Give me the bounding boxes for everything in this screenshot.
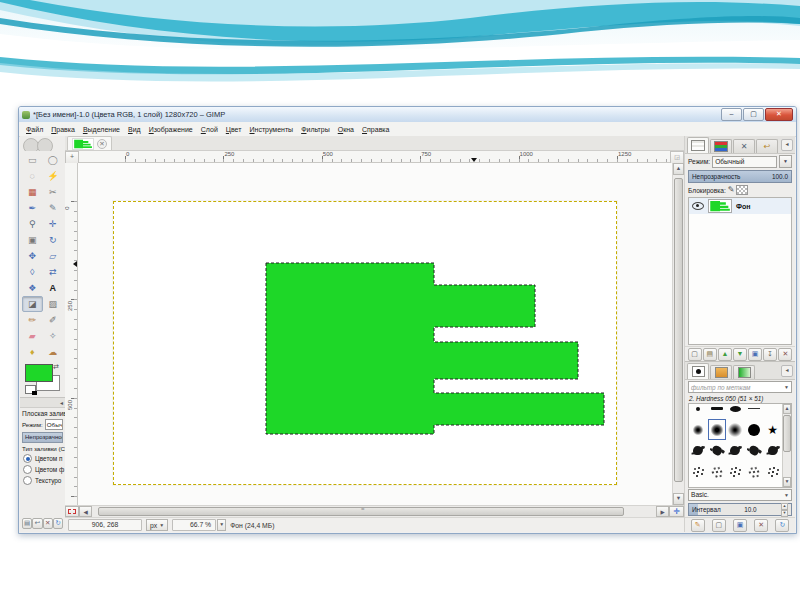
tab-channels[interactable] (710, 139, 732, 153)
airbrush-tool-icon[interactable]: ✧ (43, 328, 64, 344)
swap-colors-icon[interactable]: ⇄ (53, 363, 59, 371)
delete-brush-button[interactable]: ✕ (754, 519, 768, 532)
brush-cell-soft[interactable] (689, 419, 708, 440)
canvas-viewport[interactable] (78, 163, 672, 505)
zoom-tool-icon[interactable]: ⚲ (22, 216, 43, 232)
text-tool-icon[interactable]: A (43, 280, 64, 296)
brush-cell-blank[interactable] (763, 403, 782, 419)
delete-layer-button[interactable]: ✕ (778, 348, 792, 361)
new-layer-button[interactable]: ▢ (688, 348, 702, 361)
title-bar[interactable]: *[Без имени]-1.0 (Цвета RGB, 1 слой) 128… (19, 107, 796, 123)
refresh-brushes-button[interactable]: ↻ (775, 519, 789, 532)
select-by-color-tool-icon[interactable]: ▦ (22, 184, 43, 200)
brush-cell-speck2[interactable] (708, 461, 727, 482)
layer-opacity-slider[interactable]: Непрозрачность 100.0 (688, 170, 792, 183)
rectangle-select-tool-icon[interactable]: ▭ (22, 152, 43, 168)
layer-visibility-eye-icon[interactable] (692, 202, 704, 210)
tab-layers[interactable] (687, 137, 709, 153)
tab-paths[interactable]: ✕ (733, 139, 755, 153)
vertical-scroll-thumb[interactable] (674, 178, 683, 482)
tab-patterns[interactable] (710, 365, 732, 379)
cage-transform-tool-icon[interactable]: ❖ (22, 280, 43, 296)
brush-cell-speck[interactable] (689, 461, 708, 482)
ellipse-select-tool-icon[interactable]: ◯ (43, 152, 64, 168)
brush-cell-speck[interactable] (763, 461, 782, 482)
image-tab[interactable]: ✕ (67, 136, 112, 150)
brush-filter-input[interactable]: фильтр по меткам ▼ (688, 381, 792, 393)
reset-options-button[interactable]: ↻ (53, 518, 63, 529)
menu-item-4[interactable]: Изображение (145, 125, 197, 134)
layer-mode-dropdown-button[interactable]: ▼ (779, 155, 792, 168)
restore-options-button[interactable]: ↩ (32, 518, 42, 529)
maximize-button[interactable]: ▢ (743, 108, 764, 121)
new-layer-group-button[interactable]: ▤ (703, 348, 717, 361)
menu-item-2[interactable]: Выделение (79, 125, 124, 134)
move-tool-icon[interactable]: ✛ (43, 216, 64, 232)
spacing-spinner[interactable]: ▲▼ (781, 503, 788, 517)
scale-tool-icon[interactable]: ✥ (22, 248, 43, 264)
clone-tool-icon[interactable]: ♦ (22, 344, 43, 360)
horizontal-scroll-thumb[interactable] (98, 507, 625, 516)
zoom-spinner[interactable]: ▼ (217, 519, 226, 531)
brush-cell-splat[interactable] (763, 440, 782, 461)
free-select-tool-icon[interactable]: ◌ (22, 168, 43, 184)
tool-options-menu-button[interactable]: ◂ (58, 399, 65, 406)
brush-cell-splat[interactable] (726, 440, 745, 461)
brush-cell-splat[interactable] (689, 440, 708, 461)
scroll-down-icon[interactable]: ▼ (783, 477, 791, 487)
scissors-select-tool-icon[interactable]: ✂ (43, 184, 64, 200)
lock-pixels-icon[interactable]: ✎ (728, 186, 735, 194)
horizontal-ruler[interactable]: 025050075010001250 (79, 151, 670, 163)
brush-cell-chalk[interactable] (726, 482, 745, 488)
menu-item-3[interactable]: Вид (124, 125, 145, 134)
brush-scroll-thumb[interactable] (783, 415, 791, 452)
menu-item-8[interactable]: Фильтры (297, 125, 334, 134)
scroll-right-icon[interactable]: ▶ (656, 506, 669, 517)
crop-tool-icon[interactable]: ▣ (22, 232, 43, 248)
zoom-level-field[interactable]: 66.7 % (172, 519, 216, 531)
scroll-left-icon[interactable]: ◀ (79, 506, 92, 517)
navigation-button[interactable]: ✛ (669, 506, 684, 517)
quick-mask-toggle[interactable] (65, 506, 79, 517)
paths-tool-icon[interactable]: ✒ (22, 200, 43, 216)
brush-cell-speck[interactable] (726, 461, 745, 482)
minimize-button[interactable]: – (721, 108, 742, 121)
vertical-scrollbar[interactable]: ▲ ▼ (672, 163, 684, 505)
tab-undo-history[interactable]: ↩ (756, 139, 778, 153)
brush-preset-select[interactable]: Basic. ▼ (688, 489, 792, 501)
lower-layer-button[interactable]: ▼ (733, 348, 747, 361)
brush-cell-speck2[interactable] (745, 461, 764, 482)
fuzzy-select-tool-icon[interactable]: ⚡ (43, 168, 64, 184)
unit-dropdown[interactable]: px▼ (146, 519, 168, 531)
brush-cell-chalk2[interactable] (745, 482, 764, 488)
dock-menu-button[interactable]: ◂ (781, 139, 793, 151)
image-tab-close-icon[interactable]: ✕ (97, 139, 107, 149)
menu-item-0[interactable]: Файл (22, 125, 47, 134)
scroll-up-icon[interactable]: ▲ (783, 404, 791, 414)
paintbrush-tool-icon[interactable]: ✐ (43, 312, 64, 328)
delete-options-button[interactable]: ✕ (43, 518, 53, 529)
mode-select[interactable]: Обычн (45, 419, 63, 430)
scroll-down-icon[interactable]: ▼ (673, 493, 684, 505)
duplicate-brush-button[interactable]: ▣ (733, 519, 747, 532)
brush-cell-chalk[interactable] (763, 482, 782, 488)
eraser-tool-icon[interactable]: ▰ (22, 328, 43, 344)
brush-spacing-slider[interactable]: Интервал 10.0 ▲▼ (688, 503, 792, 516)
anchor-layer-button[interactable]: ↧ (763, 348, 777, 361)
close-button[interactable]: ✕ (765, 108, 793, 121)
brush-grid-scrollbar[interactable]: ▲ ▼ (782, 404, 791, 487)
menu-item-5[interactable]: Слой (197, 125, 222, 134)
lock-alpha-icon[interactable] (736, 185, 748, 195)
tab-brushes[interactable] (687, 363, 709, 379)
flip-tool-icon[interactable]: ⇄ (43, 264, 64, 280)
menu-item-6[interactable]: Цвет (222, 125, 246, 134)
scroll-up-icon[interactable]: ▲ (673, 163, 684, 175)
brush-cell-solid[interactable] (745, 419, 764, 440)
menu-item-10[interactable]: Справка (358, 125, 393, 134)
brush-cell-splat2[interactable] (745, 440, 764, 461)
fill-type-radio-0[interactable]: Цветом п (20, 453, 65, 464)
bucket-fill-tool-icon[interactable]: ◪ (22, 296, 43, 312)
foreground-color-swatch[interactable] (25, 364, 53, 382)
brush-cell-line[interactable] (745, 403, 764, 419)
brush-cell-soft-sel[interactable] (708, 419, 727, 440)
